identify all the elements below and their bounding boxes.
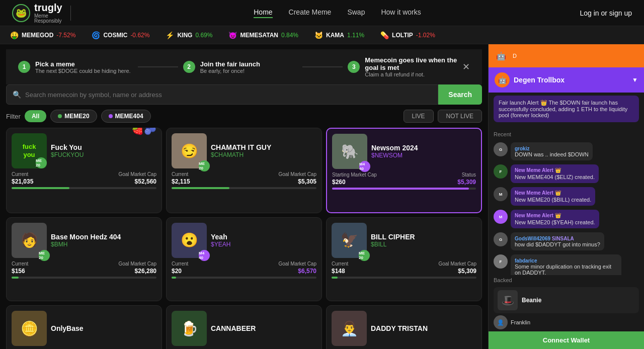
franklin-name: Franklin (511, 319, 530, 325)
filter-me404-button[interactable]: MEME404 (101, 110, 151, 123)
progress-fill (12, 277, 19, 279)
chat-bubble: New Meme Alert 👑New MEME20 ($BILL) creat… (511, 187, 595, 206)
username: fabdarice (515, 258, 537, 264)
meme-card[interactable]: 🧑ME 20 Base Moon Hedz 404 $BMH Current G… (6, 217, 162, 302)
chat-message: FfabdariceSome minor duplication on trac… (494, 254, 639, 275)
nav-links: Home Create Meme Swap How it works (95, 8, 580, 18)
goal-label: Goal Market Cap (118, 261, 156, 267)
nav-create-meme[interactable]: Create Meme (289, 8, 332, 18)
meme-values: $21,035 $52,560 (12, 178, 156, 185)
meme-card-top: 😏ME 20 CHAMATH IT GUY $CHAMATH (172, 133, 316, 168)
memegod-name: MEMEGOD (22, 32, 53, 39)
backed-card: 🎩 Beanie (494, 287, 639, 313)
meme-card[interactable]: 🍓🫐 fuckyou ME 20 Fuck You $FUCKYOU Curre… (6, 128, 162, 213)
chat-title: Degen Trollbox (514, 76, 628, 84)
chat-avatar: F (494, 164, 508, 179)
goal-label: Status (462, 172, 476, 178)
steps-close-button[interactable]: ✕ (462, 61, 470, 72)
meme-card-top: 🪙 OnlyBase (12, 311, 156, 346)
step-1-text: Pick a meme The next $DOGE could be hidi… (35, 60, 131, 74)
progress-fill (332, 277, 338, 279)
meme-info: CANNABEER (211, 324, 256, 332)
nav-swap[interactable]: Swap (347, 8, 365, 18)
meme-card[interactable]: 🦅ME 20 BILL CIPHER $BILL Current Goal Ma… (326, 217, 482, 302)
progress-bar (172, 277, 316, 279)
meme-info: Yeah $YEAH (211, 233, 230, 248)
meme-info: BILL CIPHER $BILL (371, 233, 415, 248)
search-input[interactable] (25, 91, 432, 99)
not-live-toggle-button[interactable]: NOT LIVE (438, 110, 482, 123)
meme-values: $260 $5,309 (332, 179, 476, 186)
meme-badge: ME 20 (359, 250, 370, 261)
progress-bar (172, 187, 316, 189)
chat-alert-top: Fair launch Alert 👑 The $DOWN fair launc… (494, 96, 639, 124)
meme-grid: 🍓🫐 fuckyou ME 20 Fuck You $FUCKYOU Curre… (6, 128, 482, 349)
kama-name: KAMA (326, 32, 344, 39)
current-val: $260 (332, 179, 346, 186)
cosmic-value: -0.62% (130, 32, 149, 39)
nav-home[interactable]: Home (254, 8, 272, 18)
meme-info: DADDY TRISTAN (371, 324, 428, 332)
main-layout: 1 Pick a meme The next $DOGE could be hi… (0, 44, 644, 349)
left-panel: 1 Pick a meme The next $DOGE could be hi… (0, 44, 488, 349)
meme-card[interactable]: 👨‍💼 DADDY TRISTAN (326, 305, 482, 349)
username: GodsWill42069 SINSALA (515, 236, 574, 241)
meme-card[interactable]: 🪙 OnlyBase (6, 305, 162, 349)
meme-card[interactable]: 😏ME 20 CHAMATH IT GUY $CHAMATH Current G… (166, 128, 322, 213)
franklin-message: 👤 Franklin (494, 315, 639, 329)
meme-stats: Current Goal Market Cap (172, 261, 316, 267)
meme-card-top: fuckyou ME 20 Fuck You $FUCKYOU (12, 133, 156, 168)
step-divider-2 (302, 66, 343, 67)
meme-img-wrap: 🦅ME 20 (332, 223, 367, 258)
loltip-icon: 💊 (380, 31, 389, 39)
ticker-king: ⚡ KING 0.69% (166, 31, 212, 39)
meme-name: BILL CIPHER (371, 233, 415, 241)
memesatan-icon: 😈 (228, 31, 237, 39)
meme-stats: Current Goal Market Cap (12, 261, 156, 267)
step-3-desc: Claim a full refund if not. (365, 71, 462, 77)
step-3-text: Memecoin goes live when the goal is met … (365, 56, 462, 77)
current-label: Current (172, 171, 188, 177)
king-name: KING (177, 32, 192, 39)
search-button[interactable]: Search (438, 84, 482, 105)
meme-card[interactable]: 🍺 CANNABEER (166, 305, 322, 349)
meme-card-top: 🦅ME 20 BILL CIPHER $BILL (332, 223, 476, 258)
meme-values: $2,115 $5,305 (172, 178, 316, 185)
step-3-title: Memecoin goes live when the goal is met (365, 56, 462, 71)
filter-me20-button[interactable]: MEME20 (50, 110, 97, 123)
step-2: 2 Join the fair launch Be early, for onc… (183, 60, 298, 74)
progress-fill (172, 277, 176, 279)
meme-symbol: $NEWSOM (371, 152, 418, 159)
chat-chevron-icon[interactable]: ▼ (632, 76, 638, 83)
filter-all-button[interactable]: All (25, 110, 46, 122)
meme-image: 😮M4 40 (172, 223, 207, 258)
me404-dot (109, 114, 113, 118)
goal-val: $6,570 (298, 268, 316, 275)
me20-label: MEME20 (64, 113, 89, 120)
me404-label: MEME404 (115, 113, 143, 120)
goal-val: $52,560 (135, 178, 156, 185)
logo-sub: MemeResponsibly (34, 14, 62, 24)
recent-section: Recent (489, 127, 644, 139)
meme-symbol: $FUCKYOU (51, 151, 84, 158)
meme-image: 🐘M4 40 (332, 134, 367, 169)
login-button[interactable]: Log in or sign up (580, 9, 632, 17)
meme-card[interactable]: 🐘M4 40 Newsom 2024 $NEWSOM Starting Mark… (326, 128, 482, 213)
filter-right: LIVE NOT LIVE (404, 110, 482, 123)
alert-tag: New Meme Alert 👑 (515, 213, 595, 218)
meme-card-top: 👨‍💼 DADDY TRISTAN (332, 311, 476, 346)
live-toggle-button[interactable]: LIVE (404, 110, 434, 123)
nav-how-it-works[interactable]: How it works (381, 8, 421, 18)
alert-tag: New Meme Alert 👑 (515, 190, 591, 196)
connect-wallet-button[interactable]: Connect Wallet (489, 331, 644, 349)
search-bar: 🔍 Search (6, 84, 482, 105)
meme-name: Newsom 2024 (371, 144, 418, 152)
meme-card[interactable]: 😮M4 40 Yeah $YEAH Current Goal Market Ca… (166, 217, 322, 302)
backed-card-image: 🎩 (498, 290, 518, 310)
meme-info: CHAMATH IT GUY $CHAMATH (211, 143, 271, 158)
ticker-memesatan: 😈 MEMESATAN 0.84% (228, 31, 298, 39)
step-1-num: 1 (18, 61, 30, 73)
current-label: Current (12, 261, 28, 267)
meme-card-top: 🍺 CANNABEER (172, 311, 316, 346)
meme-name: CANNABEER (211, 324, 256, 332)
